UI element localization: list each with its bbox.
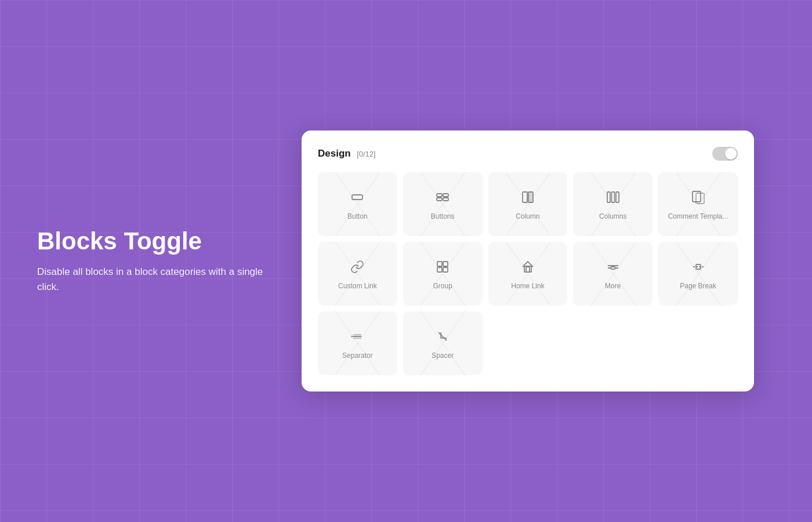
column-icon (521, 190, 535, 206)
block-item-comment-template[interactable]: Comment Templa... (658, 172, 738, 236)
separator-icon (350, 329, 364, 346)
home-link-icon (521, 260, 535, 276)
svg-rect-8 (607, 192, 610, 202)
svg-rect-0 (352, 195, 362, 200)
block-label-columns: Columns (599, 212, 626, 220)
block-item-separator[interactable]: Separator (318, 311, 397, 375)
svg-rect-3 (437, 198, 442, 201)
block-item-more[interactable]: More (573, 242, 652, 306)
block-item-button[interactable]: Button (318, 172, 397, 236)
spacer-icon (436, 329, 449, 346)
block-item-page-break[interactable]: Page Break (658, 242, 738, 306)
block-label-button: Button (347, 212, 368, 220)
block-item-column[interactable]: Column (488, 172, 568, 236)
block-label-spacer: Spacer (432, 351, 454, 360)
block-item-custom-link[interactable]: Custom Link (318, 242, 397, 306)
svg-line-27 (438, 332, 447, 340)
panel-header: Design [0/12] (318, 147, 738, 161)
left-section: Blocks Toggle Disable all blocks in a bl… (37, 227, 281, 294)
columns-icon (606, 190, 620, 206)
buttons-icon (436, 190, 449, 206)
page-layout: Blocks Toggle Disable all blocks in a bl… (0, 0, 812, 522)
block-label-more: More (605, 282, 621, 290)
main-subtitle: Disable all blocks in a block categories… (37, 265, 281, 295)
group-icon (436, 260, 449, 276)
block-label-separator: Separator (342, 351, 373, 360)
svg-rect-14 (437, 262, 442, 266)
svg-rect-22 (611, 267, 615, 269)
svg-rect-10 (616, 192, 619, 202)
svg-rect-2 (443, 194, 448, 197)
custom-link-icon (350, 260, 364, 276)
svg-rect-5 (523, 192, 527, 202)
svg-rect-6 (528, 192, 533, 202)
button-icon (350, 190, 364, 206)
panel-title-area: Design [0/12] (318, 148, 376, 160)
block-item-columns[interactable]: Columns (573, 172, 652, 236)
main-title: Blocks Toggle (37, 227, 281, 255)
block-item-spacer[interactable]: Spacer (403, 311, 483, 375)
svg-rect-1 (437, 194, 442, 197)
block-label-group: Group (433, 282, 452, 290)
block-label-page-break: Page Break (680, 282, 716, 290)
svg-rect-16 (437, 267, 442, 272)
panel-title: Design (318, 148, 351, 159)
block-item-buttons[interactable]: Buttons (403, 172, 483, 236)
svg-point-13 (356, 265, 359, 269)
block-label-column: Column (516, 212, 539, 220)
blocks-grid: Button Buttons (318, 172, 738, 375)
block-item-home-link[interactable]: Home Link (488, 242, 568, 306)
block-label-home-link: Home Link (511, 282, 544, 290)
page-break-icon (691, 260, 705, 276)
block-item-group[interactable]: Group (403, 242, 483, 306)
panel: Design [0/12] Button (302, 130, 754, 392)
svg-rect-9 (611, 192, 614, 202)
comment-template-icon (691, 190, 705, 206)
toggle-all-switch[interactable] (712, 147, 738, 161)
more-icon (606, 260, 620, 276)
panel-count: [0/12] (357, 150, 376, 158)
svg-rect-15 (443, 262, 448, 266)
block-label-comment-template: Comment Templa... (668, 212, 728, 220)
svg-rect-17 (443, 267, 448, 272)
svg-rect-4 (443, 198, 448, 201)
block-label-custom-link: Custom Link (338, 282, 377, 290)
block-label-buttons: Buttons (431, 212, 455, 220)
